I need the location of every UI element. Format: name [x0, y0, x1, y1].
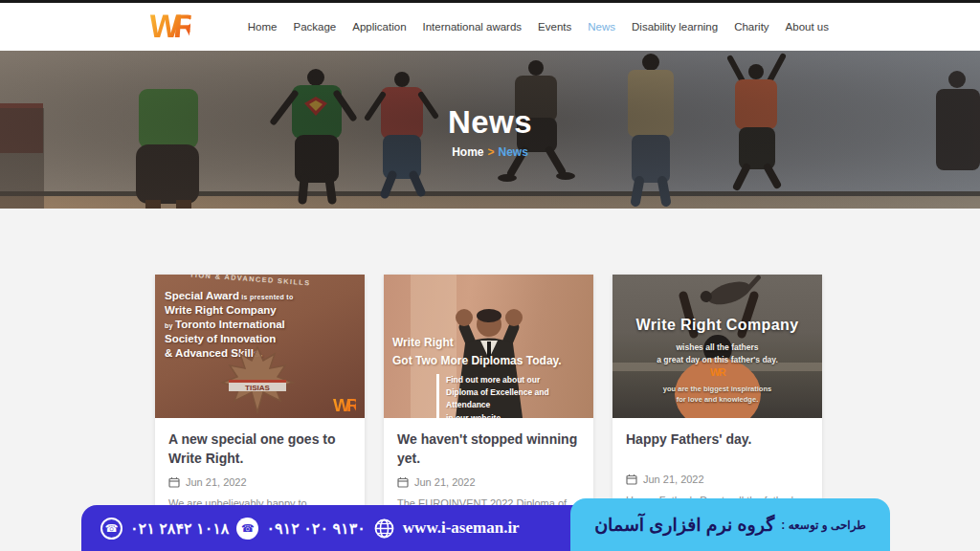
nav-item-events[interactable]: Events — [538, 21, 571, 33]
nav-item-package[interactable]: Package — [294, 21, 337, 33]
calendar-icon — [626, 474, 637, 485]
site-header: WR Home Package Application Internationa… — [0, 3, 980, 51]
maple-leaf-medal: TISIAS — [186, 345, 329, 414]
globe-icon — [373, 518, 395, 540]
card-image-fathers-day: Write Right Company wishes all the fathe… — [612, 275, 822, 418]
card-date-row: Jun 21, 2022 — [168, 476, 351, 488]
fathers-day-caption: wishes all the fathers a great day on th… — [612, 342, 822, 366]
card-image-special-award: TION & ADVANCED SKILLS Special Award is … — [155, 275, 365, 418]
award-arc-text: TION & ADVANCED SKILLS — [189, 275, 311, 287]
telephone-icon: ☎ — [100, 518, 122, 540]
card-date: Jun 21, 2022 — [186, 476, 247, 488]
breadcrumb-home-link[interactable]: Home — [452, 145, 483, 159]
card-title[interactable]: We haven't stopped winning yet. — [397, 430, 580, 469]
nav-item-news[interactable]: News — [588, 21, 615, 33]
card-image-diplomas: Write Right Got Two More Diplomas Today.… — [384, 275, 593, 418]
card-date-row: Jun 21, 2022 — [626, 474, 809, 485]
main-nav: Home Package Application International a… — [248, 3, 829, 51]
page-title: News — [0, 104, 980, 141]
developer-credit-badge: طراحی و توسعه : گروه نرم افزاری آسمان — [570, 498, 890, 551]
diplomas-caption: Write Right Got Two More Diplomas Today. — [392, 334, 562, 370]
wr-logo-small: WR — [612, 366, 822, 378]
wr-logo-watermark: WR — [333, 395, 356, 416]
card-date: Jun 21, 2022 — [414, 476, 476, 488]
breadcrumb-separator: > — [483, 145, 498, 159]
card-title[interactable]: A new special one goes to Write Right. — [168, 430, 351, 469]
fathers-day-title: Write Right Company — [612, 317, 822, 334]
breadcrumb-current: News — [499, 145, 528, 159]
card-title[interactable]: Happy Fathers' day. — [626, 430, 809, 466]
calendar-icon — [168, 476, 180, 488]
nav-item-international-awards[interactable]: International awards — [423, 21, 523, 33]
landline-number[interactable]: ۰۲۱ ۲۸۴۲ ۱۰۱۸ — [130, 519, 229, 538]
nav-item-about-us[interactable]: About us — [786, 21, 829, 33]
credit-company-name: گروه نرم افزاری آسمان — [594, 514, 774, 536]
fathers-day-footnote: you are the biggest inspirations for lov… — [612, 385, 822, 406]
website-link[interactable]: www.i-aseman.ir — [403, 518, 520, 538]
diplomas-subcaption: Find out more about our Diploma of Excel… — [436, 374, 593, 418]
card-date: Jun 21, 2022 — [643, 474, 704, 485]
hero-banner: News Home>News — [0, 51, 980, 209]
contact-bar: ☎ ۰۲۱ ۲۸۴۲ ۱۰۱۸ ☎ ۰۹۱۲ ۰۲۰ ۹۱۳۰ www.i-as… — [81, 505, 595, 551]
svg-text:TISIAS: TISIAS — [245, 384, 270, 392]
nav-item-charity[interactable]: Charity — [734, 21, 768, 33]
nav-item-application[interactable]: Application — [352, 21, 406, 33]
mobile-number[interactable]: ۰۹۱۲ ۰۲۰ ۹۱۳۰ — [266, 519, 365, 538]
credit-prefix: طراحی و توسعه : — [781, 518, 866, 532]
site-logo[interactable]: WR — [148, 8, 192, 45]
nav-item-disability-learning[interactable]: Disability learning — [632, 21, 718, 33]
breadcrumb: Home>News — [0, 145, 980, 159]
nav-item-home[interactable]: Home — [248, 21, 278, 33]
mobile-phone-icon: ☎ — [236, 518, 258, 540]
calendar-icon — [397, 476, 409, 488]
card-date-row: Jun 21, 2022 — [397, 476, 580, 488]
